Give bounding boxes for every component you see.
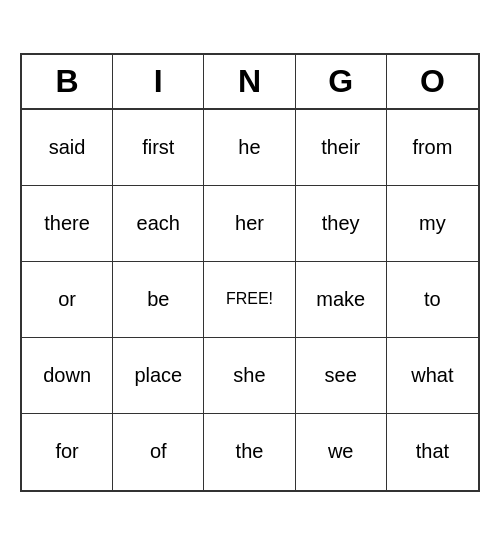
free-cell: FREE! bbox=[204, 262, 295, 338]
bingo-cell: they bbox=[296, 186, 387, 262]
bingo-cell: for bbox=[22, 414, 113, 490]
bingo-cell: each bbox=[113, 186, 204, 262]
bingo-cell: see bbox=[296, 338, 387, 414]
bingo-cell: place bbox=[113, 338, 204, 414]
bingo-cell: to bbox=[387, 262, 478, 338]
header-letter: N bbox=[204, 55, 295, 108]
bingo-cell: be bbox=[113, 262, 204, 338]
bingo-cell: my bbox=[387, 186, 478, 262]
header-letter: G bbox=[296, 55, 387, 108]
header-letter: I bbox=[113, 55, 204, 108]
bingo-cell: down bbox=[22, 338, 113, 414]
bingo-card: BINGO saidfirsthetheirfromthereeachherth… bbox=[20, 53, 480, 492]
header-letter: B bbox=[22, 55, 113, 108]
bingo-cell: the bbox=[204, 414, 295, 490]
bingo-cell: what bbox=[387, 338, 478, 414]
bingo-cell: from bbox=[387, 110, 478, 186]
bingo-cell: said bbox=[22, 110, 113, 186]
bingo-cell: their bbox=[296, 110, 387, 186]
header-letter: O bbox=[387, 55, 478, 108]
bingo-cell: there bbox=[22, 186, 113, 262]
bingo-cell: first bbox=[113, 110, 204, 186]
bingo-cell: he bbox=[204, 110, 295, 186]
bingo-cell: we bbox=[296, 414, 387, 490]
bingo-header: BINGO bbox=[22, 55, 478, 110]
bingo-cell: of bbox=[113, 414, 204, 490]
bingo-cell: make bbox=[296, 262, 387, 338]
bingo-cell: or bbox=[22, 262, 113, 338]
bingo-cell: that bbox=[387, 414, 478, 490]
bingo-grid: saidfirsthetheirfromthereeachhertheymyor… bbox=[22, 110, 478, 490]
bingo-cell: she bbox=[204, 338, 295, 414]
bingo-cell: her bbox=[204, 186, 295, 262]
